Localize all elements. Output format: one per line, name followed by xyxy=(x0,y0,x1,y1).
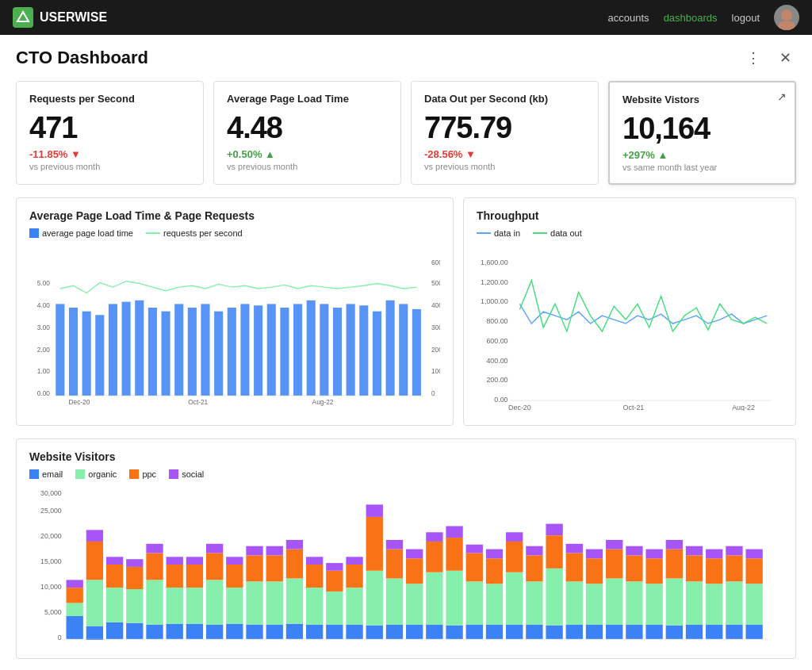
svg-rect-77 xyxy=(106,588,123,622)
svg-rect-80 xyxy=(126,623,143,639)
svg-point-2 xyxy=(781,10,792,21)
metric-cards: Requests per Second 471 -11.85% ▼ vs pre… xyxy=(16,81,796,185)
svg-rect-205 xyxy=(745,584,762,624)
svg-rect-36 xyxy=(267,304,276,396)
svg-rect-74 xyxy=(86,542,103,580)
svg-text:0.00: 0.00 xyxy=(37,389,51,397)
svg-text:30,000: 30,000 xyxy=(40,489,62,497)
svg-rect-171 xyxy=(566,544,583,553)
svg-rect-201 xyxy=(726,581,742,624)
legend-ppc: ppc xyxy=(129,469,156,479)
svg-rect-31 xyxy=(201,304,209,396)
svg-text:4.00: 4.00 xyxy=(37,301,51,309)
chart3-svg: 0 5,000 10,000 15,000 20,000 25,000 30,0… xyxy=(29,485,783,644)
svg-rect-179 xyxy=(606,540,622,549)
svg-rect-192 xyxy=(686,625,703,639)
svg-rect-149 xyxy=(466,581,483,624)
svg-rect-71 xyxy=(67,580,83,588)
svg-rect-133 xyxy=(386,578,403,624)
svg-rect-89 xyxy=(167,588,183,624)
svg-text:Oct-21: Oct-21 xyxy=(188,398,208,406)
svg-rect-113 xyxy=(286,578,303,623)
metric-value-plt: 4.48 xyxy=(227,111,388,145)
svg-rect-76 xyxy=(106,622,123,639)
svg-rect-176 xyxy=(606,625,622,639)
chart-card-plt: Average Page Load Time & Page Requests a… xyxy=(16,197,454,426)
svg-text:1,200.00: 1,200.00 xyxy=(481,278,508,286)
svg-text:0: 0 xyxy=(431,389,435,397)
svg-text:400.00: 400.00 xyxy=(486,357,508,365)
metric-vs-rps: vs previous month xyxy=(29,162,190,171)
svg-text:800.00: 800.00 xyxy=(486,317,508,325)
legend-line-in xyxy=(477,232,491,234)
svg-rect-126 xyxy=(346,565,362,588)
chart1-legend: average page load time requests per seco… xyxy=(29,228,440,238)
nav-logout[interactable]: logout xyxy=(732,12,760,24)
svg-rect-196 xyxy=(706,625,722,639)
nav-accounts[interactable]: accounts xyxy=(608,12,649,24)
svg-rect-172 xyxy=(586,625,603,639)
svg-rect-155 xyxy=(486,549,503,559)
svg-rect-87 xyxy=(146,544,163,553)
svg-text:500: 500 xyxy=(431,279,440,287)
svg-rect-125 xyxy=(346,588,362,625)
svg-rect-148 xyxy=(466,625,483,639)
svg-rect-78 xyxy=(106,565,123,588)
svg-rect-111 xyxy=(266,546,283,556)
metric-vs-dops: vs previous month xyxy=(424,162,585,171)
main-content: CTO Dashboard ⋮ ✕ Requests per Second 47… xyxy=(0,35,812,670)
svg-rect-101 xyxy=(226,588,243,624)
svg-rect-181 xyxy=(626,581,642,624)
logo: USERWISE xyxy=(13,7,107,28)
svg-rect-29 xyxy=(174,304,183,396)
svg-text:5,000: 5,000 xyxy=(44,608,62,616)
svg-rect-159 xyxy=(506,532,523,542)
svg-rect-85 xyxy=(146,580,163,624)
svg-rect-136 xyxy=(406,625,423,639)
svg-rect-137 xyxy=(406,584,423,624)
svg-rect-135 xyxy=(386,540,403,549)
legend-social: social xyxy=(169,469,204,479)
svg-rect-198 xyxy=(706,558,722,584)
svg-rect-69 xyxy=(67,603,83,615)
svg-text:Aug-22: Aug-22 xyxy=(732,404,755,411)
svg-rect-152 xyxy=(486,625,503,639)
svg-rect-206 xyxy=(745,558,762,584)
metric-vs-plt: vs previous month xyxy=(227,162,388,171)
svg-rect-132 xyxy=(386,625,403,639)
svg-rect-37 xyxy=(280,308,289,396)
external-link-icon[interactable]: ↗ xyxy=(777,90,787,103)
legend-data-out: data out xyxy=(533,228,582,238)
more-button[interactable]: ⋮ xyxy=(741,48,765,68)
svg-rect-161 xyxy=(526,581,542,624)
svg-text:200.00: 200.00 xyxy=(486,376,508,384)
metric-value-wv: 10,164 xyxy=(622,112,782,146)
nav-dashboards[interactable]: dashboards xyxy=(664,12,718,24)
legend-line-out xyxy=(533,232,547,234)
svg-rect-178 xyxy=(606,549,622,579)
chart-card-throughput: Throughput data in data out 0.00 200.00 … xyxy=(463,197,796,426)
svg-rect-118 xyxy=(306,565,323,588)
svg-rect-30 xyxy=(188,308,197,396)
svg-rect-83 xyxy=(126,559,143,567)
svg-rect-73 xyxy=(86,580,103,626)
svg-rect-68 xyxy=(67,616,83,639)
svg-rect-88 xyxy=(167,624,183,639)
svg-rect-20 xyxy=(56,304,64,396)
svg-marker-0 xyxy=(17,12,29,21)
metric-card-rps: Requests per Second 471 -11.85% ▼ vs pre… xyxy=(16,81,204,185)
svg-rect-140 xyxy=(426,625,442,639)
svg-text:Aug-22: Aug-22 xyxy=(312,398,334,406)
legend-email: email xyxy=(29,469,63,479)
svg-rect-102 xyxy=(226,565,243,588)
svg-rect-79 xyxy=(106,557,123,565)
close-button[interactable]: ✕ xyxy=(775,48,796,68)
svg-rect-84 xyxy=(146,625,163,639)
svg-rect-167 xyxy=(546,524,562,536)
svg-rect-127 xyxy=(346,557,362,565)
metric-change-dops: -28.56% ▼ xyxy=(424,148,585,160)
logo-icon xyxy=(13,7,33,28)
page-header: CTO Dashboard ⋮ ✕ xyxy=(16,48,796,68)
svg-rect-191 xyxy=(666,540,683,549)
svg-rect-94 xyxy=(186,565,203,588)
